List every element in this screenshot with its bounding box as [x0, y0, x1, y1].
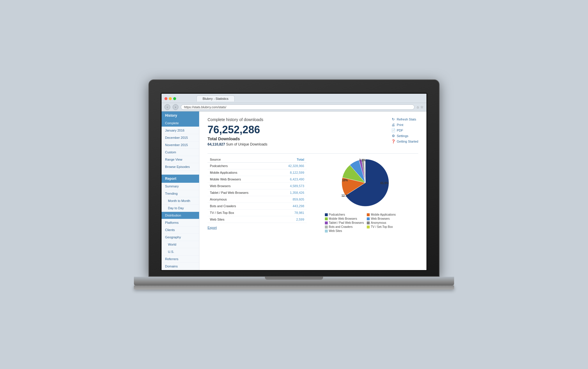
total-label: Total Downloads: [208, 136, 267, 141]
report-item[interactable]: Platforms: [162, 219, 199, 226]
table-row: Bots and Crawlers443,298: [208, 203, 307, 210]
history-item[interactable]: December 2015: [162, 134, 199, 141]
legend: PodcatchersMobile ApplicationsMobile Web…: [325, 213, 406, 233]
legend-item: Mobile Applications: [367, 213, 406, 216]
laptop-frame: Blubrry - Statistics ‹ › https://stats.b…: [134, 79, 454, 290]
legend-color: [367, 221, 370, 224]
maximize-button[interactable]: [173, 97, 176, 100]
laptop-base: [134, 277, 454, 285]
action-pdf[interactable]: 📄PDF: [391, 128, 403, 132]
page-info: Complete history of downloads 76,252,286…: [208, 117, 267, 150]
unique-number: 64,110,827: [208, 142, 225, 146]
export-link[interactable]: Export: [208, 226, 217, 229]
browser-icons: ⌂ ☆: [417, 105, 424, 109]
total-cell: 1,358,426: [274, 189, 307, 196]
source-cell: TV / Set-Top Box: [208, 210, 274, 216]
legend-item: TV / Set-Top Box: [367, 225, 406, 228]
main-content: Complete history of downloads 76,252,286…: [199, 111, 426, 270]
report-item[interactable]: World: [162, 241, 199, 248]
report-item[interactable]: Trending: [162, 190, 199, 197]
sidebar-gap: [162, 171, 199, 175]
report-section-header: Report: [162, 175, 199, 183]
legend-color: [325, 226, 328, 228]
history-items: CompleteJanuary 2016December 2015Novembe…: [162, 120, 199, 171]
history-item[interactable]: Complete: [162, 120, 199, 127]
bookmark-icon[interactable]: ☆: [420, 105, 424, 109]
table-row: Web Browsers4,589,573: [208, 183, 307, 189]
action-icon: 🖨: [391, 123, 395, 127]
source-cell: Mobile Web Browsers: [208, 176, 274, 183]
report-item[interactable]: U.S.: [162, 248, 199, 256]
table-row: Anonymous859,605: [208, 196, 307, 203]
laptop-notch: [265, 277, 323, 280]
back-button[interactable]: ‹: [164, 104, 170, 110]
report-item[interactable]: Distribution: [162, 212, 199, 219]
table-row: Podcatchers42,328,966: [208, 163, 307, 169]
data-section: Source Total Podcatchers42,328,966Mobile…: [208, 157, 418, 233]
camera: [293, 88, 295, 91]
table-row: TV / Set-Top Box78,981: [208, 210, 307, 216]
legend-color: [325, 217, 328, 220]
home-icon[interactable]: ⌂: [417, 105, 419, 109]
forward-button[interactable]: ›: [173, 104, 178, 110]
total-cell: 78,981: [274, 210, 307, 216]
divider: [208, 153, 418, 154]
source-cell: Bots and Crawlers: [208, 203, 274, 210]
action-icon: ❓: [391, 139, 395, 143]
tab-bar: Blubrry - Statistics: [179, 95, 258, 102]
history-item[interactable]: Browse Episodes: [162, 163, 199, 171]
report-item[interactable]: Domains: [162, 263, 199, 270]
browser-chrome: Blubrry - Statistics ‹ › https://stats.b…: [162, 94, 426, 111]
screen: Blubrry - Statistics ‹ › https://stats.b…: [161, 93, 427, 271]
action-bar: ↻Refresh Stats🖨Print📄PDF⚙Settings❓Gettin…: [391, 117, 418, 143]
legend-item: Anonymous: [367, 221, 406, 224]
pie-label-3: 10%: [342, 179, 348, 182]
legend-item: Podcatchers: [325, 213, 364, 216]
action-icon: 📄: [391, 128, 395, 132]
address-bar[interactable]: https://stats.blubrry.com/stats/: [181, 104, 415, 110]
titlebar: Blubrry - Statistics: [162, 94, 426, 103]
history-section-header: History: [162, 111, 199, 120]
page-header: Complete history of downloads 76,252,286…: [208, 117, 418, 150]
chart-area: 65.9% 12.7% 10% 7.1% PodcatchersMobile A…: [312, 157, 418, 233]
action-icon: ↻: [391, 117, 395, 121]
total-cell: 2,599: [274, 216, 307, 223]
action-print[interactable]: 🖨Print: [391, 123, 403, 127]
legend-color: [367, 217, 370, 220]
report-item[interactable]: Summary: [162, 183, 199, 190]
unique-downloads: 64,110,827 Sum of Unique Downloads: [208, 142, 267, 146]
action-getting-started[interactable]: ❓Getting Started: [391, 139, 418, 143]
source-cell: Web Sites: [208, 216, 274, 223]
laptop-foot: [134, 285, 454, 290]
report-item[interactable]: Clients: [162, 226, 199, 234]
source-cell: Mobile Applications: [208, 169, 274, 176]
traffic-lights: [164, 97, 176, 100]
action-settings[interactable]: ⚙Settings: [391, 134, 408, 138]
report-item[interactable]: Month to Month: [162, 197, 199, 205]
table-row: Mobile Web Browsers6,423,490: [208, 176, 307, 183]
total-cell: 6,423,490: [274, 176, 307, 183]
report-item[interactable]: Referrers: [162, 256, 199, 263]
history-item[interactable]: November 2015: [162, 141, 199, 149]
browser-tab[interactable]: Blubrry - Statistics: [196, 95, 235, 102]
total-cell: 4,589,573: [274, 183, 307, 189]
report-item[interactable]: Geography: [162, 234, 199, 241]
minimize-button[interactable]: [169, 97, 172, 100]
table-row: Web Sites2,599: [208, 216, 307, 223]
legend-item: Web Browsers: [367, 217, 406, 220]
sidebar: History CompleteJanuary 2016December 201…: [162, 111, 199, 270]
table-row: Mobile Applications8,122,599: [208, 169, 307, 176]
close-button[interactable]: [164, 97, 167, 100]
report-item[interactable]: Day to Day: [162, 205, 199, 212]
legend-color: [325, 221, 328, 224]
pie-chart: 65.9% 12.7% 10% 7.1%: [339, 157, 392, 209]
report-items: SummaryTrendingMonth to MonthDay to DayD…: [162, 183, 199, 270]
legend-color: [367, 226, 370, 228]
history-item[interactable]: Custom: [162, 149, 199, 156]
app-content: History CompleteJanuary 2016December 201…: [162, 111, 426, 270]
total-cell: 8,122,599: [274, 169, 307, 176]
history-item[interactable]: January 2016: [162, 127, 199, 134]
legend-item: Tablet / Pad Web Browsers: [325, 221, 364, 224]
action-refresh-stats[interactable]: ↻Refresh Stats: [391, 117, 416, 121]
history-item[interactable]: Range View: [162, 156, 199, 163]
